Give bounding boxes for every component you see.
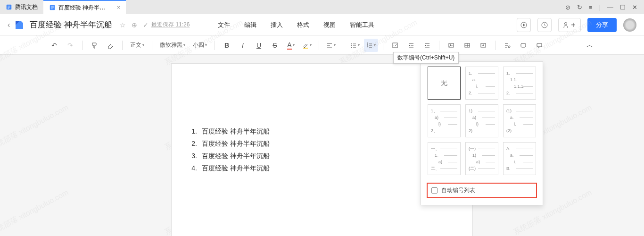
- code-block-button[interactable]: [516, 39, 530, 52]
- header-right-controls: + 分享: [517, 18, 636, 32]
- invite-button[interactable]: +: [558, 18, 581, 32]
- minimize-icon[interactable]: —: [607, 4, 613, 11]
- strikethrough-button[interactable]: S: [268, 39, 282, 52]
- list-number: 4.: [186, 162, 197, 174]
- font-size-select[interactable]: 小四: [190, 39, 210, 52]
- collapse-toolbar-button[interactable]: ︿: [583, 39, 597, 52]
- editor-canvas: 1.百度经验 神舟半年沉船 2.百度经验 神舟半年沉船 3.百度经验 神舟半年沉…: [0, 55, 644, 236]
- list-item[interactable]: 3.百度经验 神舟半年沉船: [186, 150, 458, 162]
- insert-image-button[interactable]: [444, 39, 458, 52]
- numbering-option[interactable]: A.a.i.B.: [503, 142, 536, 175]
- auto-number-checkbox[interactable]: 自动编号列表: [427, 183, 537, 198]
- numbered-list-button[interactable]: 123: [364, 39, 378, 52]
- window-titlebar: 腾讯文档 百度经验 神舟半年沉船 × ⊘ ↻ ≡ | — ☐ ✕: [0, 0, 644, 14]
- menu-view[interactable]: 视图: [323, 21, 336, 29]
- undo-button[interactable]: ↶: [47, 39, 61, 52]
- bulleted-list-button[interactable]: [348, 39, 362, 52]
- insert-table-button[interactable]: [460, 39, 474, 52]
- numbering-option[interactable]: 1.1.1.1.1.1.2.: [503, 67, 536, 100]
- svg-rect-2: [8, 7, 10, 7]
- checklist-button[interactable]: [388, 39, 402, 52]
- text-color-button[interactable]: A: [284, 39, 298, 52]
- back-icon[interactable]: ‹: [8, 21, 10, 29]
- add-icon[interactable]: ⊕: [132, 21, 137, 29]
- svg-rect-19: [393, 43, 397, 48]
- svg-rect-7: [51, 8, 53, 9]
- window-close-icon[interactable]: ✕: [632, 4, 637, 11]
- svg-point-24: [508, 46, 510, 48]
- list-item[interactable]: 2.百度经验 神舟半年沉船: [186, 137, 458, 150]
- numbering-options-grid: 无 1.a.i.2. 1.1.1.1.1.1.2. 1、a)i)2、 1)a)i…: [421, 67, 543, 180]
- svg-rect-12: [303, 48, 308, 49]
- document-title[interactable]: 百度经验 神舟半年沉船: [30, 19, 112, 30]
- insert-media-button[interactable]: [476, 39, 490, 52]
- eraser-icon: [107, 42, 114, 49]
- auto-number-label: 自动编号列表: [441, 186, 475, 194]
- svg-point-14: [351, 45, 352, 46]
- list-number: 3.: [186, 150, 197, 162]
- underline-button[interactable]: U: [252, 39, 266, 52]
- clear-format-button[interactable]: [103, 39, 117, 52]
- table-icon: [464, 42, 471, 49]
- star-icon[interactable]: ☆: [120, 21, 126, 29]
- indent-button[interactable]: [420, 39, 434, 52]
- checkbox-icon: [431, 187, 438, 194]
- menu-smart-tools[interactable]: 智能工具: [350, 21, 374, 29]
- user-avatar[interactable]: [623, 18, 636, 32]
- paragraph-style-select[interactable]: 正文: [127, 39, 147, 52]
- highlighter-icon: [302, 42, 309, 49]
- app-logo-icon: [14, 19, 25, 31]
- menu-insert[interactable]: 插入: [271, 21, 283, 29]
- svg-point-11: [565, 22, 567, 25]
- block-icon[interactable]: ⊘: [565, 4, 570, 11]
- comment-icon: [536, 42, 543, 49]
- redo-button[interactable]: ↷: [63, 39, 77, 52]
- image-icon: [448, 42, 454, 49]
- comment-button[interactable]: [532, 39, 546, 52]
- numbering-option[interactable]: 1)a)i)2): [465, 104, 498, 137]
- refresh-icon[interactable]: ↻: [577, 4, 582, 11]
- numbering-option[interactable]: (1)a.i.(2): [503, 104, 536, 137]
- tab-home[interactable]: 腾讯文档: [0, 0, 43, 14]
- italic-button[interactable]: I: [236, 39, 250, 52]
- tab-document[interactable]: 百度经验 神舟半年沉船 ×: [43, 0, 126, 14]
- plus-box-icon: [480, 42, 487, 49]
- svg-rect-6: [51, 8, 54, 8]
- highlight-color-button[interactable]: [300, 39, 314, 52]
- svg-rect-3: [8, 8, 9, 8]
- maximize-icon[interactable]: ☐: [620, 4, 626, 11]
- save-status[interactable]: 最近保存 11:26: [151, 21, 190, 29]
- document-header: ‹ 百度经验 神舟半年沉船 ☆ ⊕ ✓ 最近保存 11:26 文件 编辑 插入 …: [0, 14, 644, 36]
- outdent-button[interactable]: [404, 39, 418, 52]
- numbering-option[interactable]: 1、a)i)2、: [428, 104, 461, 137]
- format-paint-button[interactable]: [87, 39, 101, 52]
- tencent-docs-icon: [6, 4, 12, 10]
- list-number: 1.: [186, 125, 197, 137]
- list-text: 百度经验 神舟半年沉船: [202, 162, 270, 174]
- window-controls: ⊘ ↻ ≡ | — ☐ ✕: [565, 4, 644, 11]
- menu-format[interactable]: 格式: [297, 21, 309, 29]
- menu-file[interactable]: 文件: [218, 21, 230, 29]
- numbering-option[interactable]: 一、1、a)二、: [428, 142, 461, 175]
- list-number: 2.: [186, 137, 197, 150]
- svg-rect-1: [8, 6, 10, 6]
- history-button[interactable]: [537, 18, 552, 32]
- find-button[interactable]: [500, 39, 514, 52]
- align-button[interactable]: [324, 39, 338, 52]
- svg-point-15: [351, 47, 352, 48]
- numbering-option-none[interactable]: 无: [428, 67, 461, 100]
- numbering-option[interactable]: (一)1)a)(二): [465, 142, 498, 175]
- list-item[interactable]: 1.百度经验 神舟半年沉船: [186, 125, 458, 137]
- menu-icon[interactable]: ≡: [589, 4, 593, 11]
- list-text: 百度经验 神舟半年沉船: [202, 137, 270, 150]
- doc-icon: [49, 4, 56, 11]
- bold-button[interactable]: B: [220, 39, 234, 52]
- numbering-option[interactable]: 1.a.i.2.: [465, 67, 498, 100]
- formatting-toolbar: ↶ ↷ 正文 微软雅黑 小四 B I U S A 123 ︿: [0, 36, 644, 55]
- list-item[interactable]: 4.百度经验 神舟半年沉船: [186, 162, 458, 174]
- font-family-select[interactable]: 微软雅黑: [157, 39, 188, 52]
- play-button[interactable]: [517, 18, 531, 32]
- menu-edit[interactable]: 编辑: [244, 21, 256, 29]
- share-button[interactable]: 分享: [587, 18, 617, 32]
- close-tab-icon[interactable]: ×: [117, 4, 120, 11]
